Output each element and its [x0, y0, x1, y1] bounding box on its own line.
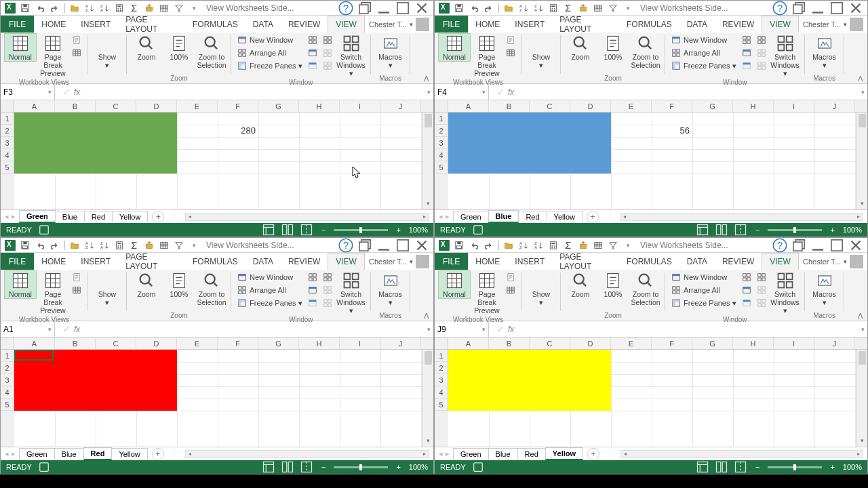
sort-desc-icon[interactable]: ZA: [532, 239, 545, 251]
col-header-G[interactable]: G: [258, 338, 299, 349]
tab-formulas[interactable]: FORMULAS: [185, 253, 245, 270]
row-header-3[interactable]: 3: [435, 137, 448, 149]
tab-review[interactable]: REVIEW: [715, 253, 762, 270]
help-icon[interactable]: ?: [771, 239, 789, 251]
col-header-H[interactable]: H: [733, 338, 774, 349]
zoom-in-icon[interactable]: +: [393, 226, 403, 234]
page-break-preview-button[interactable]: Page Break Preview: [471, 34, 502, 77]
fx-icon[interactable]: fx: [508, 325, 514, 334]
sync-scroll-icon[interactable]: [755, 47, 768, 59]
vertical-scrollbar[interactable]: ▴ ▾: [422, 113, 433, 209]
save-icon[interactable]: [452, 2, 466, 14]
fx-icon[interactable]: fx: [74, 87, 80, 97]
tab-page-layout[interactable]: PAGE LAYOUT: [118, 16, 185, 33]
ribbon-display-icon[interactable]: [790, 239, 808, 251]
page-layout-icon[interactable]: [70, 34, 83, 46]
page-break-preview-button[interactable]: Page Break Preview: [37, 34, 68, 77]
ribbon-display-icon[interactable]: [790, 2, 808, 14]
col-header-A[interactable]: A: [448, 338, 489, 349]
hide-icon[interactable]: [740, 284, 753, 296]
tab-data[interactable]: DATA: [245, 16, 281, 33]
row-header-1[interactable]: 1: [1, 113, 14, 125]
macros-button[interactable]: Macros▾: [375, 34, 406, 69]
user-account[interactable]: Chester T... ▾: [365, 253, 433, 270]
pivot-icon[interactable]: [591, 2, 605, 14]
undo-icon[interactable]: [467, 2, 481, 14]
zoom-100-button[interactable]: 100%: [597, 34, 629, 61]
row-header-5[interactable]: 5: [435, 161, 448, 174]
sheet-nav-prev-icon[interactable]: ◂: [5, 212, 9, 221]
enter-formula-icon[interactable]: ✓: [497, 87, 504, 97]
sheet-nav-prev-icon[interactable]: ◂: [439, 449, 443, 458]
view-side-icon[interactable]: [321, 271, 334, 283]
row-header-3[interactable]: 3: [435, 374, 448, 386]
cell-value[interactable]: 280: [218, 125, 258, 137]
horizontal-scrollbar[interactable]: ◂▸: [620, 213, 863, 221]
macros-button[interactable]: Macros▾: [375, 271, 406, 306]
macros-button[interactable]: Macros▾: [809, 34, 840, 69]
freeze-panes-button[interactable]: Freeze Panes ▾: [235, 297, 304, 309]
custom-views-icon[interactable]: [504, 284, 517, 296]
split-icon[interactable]: [740, 271, 753, 283]
collapse-ribbon-icon[interactable]: ᐱ: [854, 33, 867, 83]
tab-insert[interactable]: INSERT: [507, 16, 552, 33]
show-button[interactable]: Show▾: [92, 271, 123, 306]
close-icon[interactable]: [847, 2, 865, 14]
unhide-icon[interactable]: [306, 60, 319, 72]
sheet-tab-blue[interactable]: Blue: [488, 448, 518, 460]
view-normal-icon[interactable]: [262, 462, 275, 472]
ribbon-display-icon[interactable]: [356, 239, 374, 251]
col-header-F[interactable]: F: [218, 338, 258, 349]
view-layout-icon[interactable]: [715, 462, 728, 472]
file-tab[interactable]: FILE: [1, 16, 34, 33]
excel-logo-icon[interactable]: [3, 2, 17, 14]
tab-home[interactable]: HOME: [468, 253, 507, 270]
undo-icon[interactable]: [467, 239, 481, 251]
autosum-icon[interactable]: [561, 2, 575, 14]
pivot-icon[interactable]: [157, 239, 171, 251]
user-account[interactable]: Chester T... ▾: [799, 253, 867, 270]
vertical-scrollbar[interactable]: ▴ ▾: [422, 350, 433, 447]
pivot-icon[interactable]: [591, 239, 605, 251]
page-break-preview-button[interactable]: Page Break Preview: [471, 271, 502, 314]
close-icon[interactable]: [413, 2, 431, 14]
sort-desc-icon[interactable]: ZA: [532, 2, 545, 14]
expand-formula-icon[interactable]: ▾: [424, 326, 433, 333]
calculator-icon[interactable]: [113, 2, 126, 14]
expand-formula-icon[interactable]: ▾: [424, 89, 433, 96]
row-header-5[interactable]: 5: [1, 399, 14, 411]
arrange-all-button[interactable]: Arrange All: [669, 284, 738, 296]
sheet-nav-next-icon[interactable]: ▸: [12, 212, 16, 221]
sheet-tab-yellow[interactable]: Yellow: [545, 447, 583, 460]
tab-view[interactable]: VIEW: [762, 253, 799, 270]
row-header-2[interactable]: 2: [1, 125, 14, 137]
reset-pos-icon[interactable]: [755, 297, 768, 309]
zoom-in-icon[interactable]: +: [827, 226, 837, 234]
zoom-in-icon[interactable]: +: [827, 463, 837, 471]
sheet-tab-red[interactable]: Red: [517, 448, 546, 460]
maximize-icon[interactable]: [828, 2, 846, 14]
formula-bar-input[interactable]: [84, 321, 424, 337]
maximize-icon[interactable]: [828, 239, 846, 251]
col-header-E[interactable]: E: [611, 100, 652, 112]
sheet-tab-red[interactable]: Red: [518, 211, 547, 222]
freeze-panes-button[interactable]: Freeze Panes ▾: [669, 60, 738, 72]
sync-scroll-icon[interactable]: [321, 47, 334, 59]
macro-record-icon[interactable]: [471, 224, 485, 235]
tab-view[interactable]: VIEW: [762, 16, 799, 33]
tab-page-layout[interactable]: PAGE LAYOUT: [552, 253, 619, 270]
zoom-slider[interactable]: [334, 466, 388, 468]
col-header-I[interactable]: I: [774, 338, 814, 349]
new-window-button[interactable]: New Window: [669, 271, 738, 283]
autosum-icon[interactable]: [127, 239, 141, 251]
tab-formulas[interactable]: FORMULAS: [185, 16, 245, 33]
user-account[interactable]: Chester T... ▾: [799, 16, 867, 33]
sync-scroll-icon[interactable]: [755, 284, 768, 296]
macro-record-icon[interactable]: [471, 462, 485, 472]
col-header-E[interactable]: E: [177, 338, 218, 349]
add-sheet-button[interactable]: +: [152, 211, 164, 223]
tab-insert[interactable]: INSERT: [73, 253, 118, 270]
hide-icon[interactable]: [306, 47, 319, 59]
view-side-icon[interactable]: [755, 271, 768, 283]
row-header-3[interactable]: 3: [1, 137, 14, 149]
